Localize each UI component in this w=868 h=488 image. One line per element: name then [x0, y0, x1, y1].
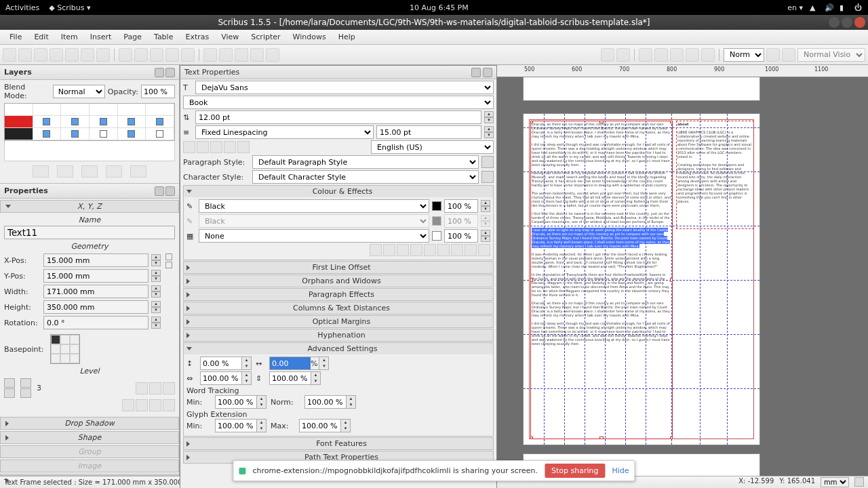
- layer-down-button[interactable]: [130, 165, 146, 178]
- layer2-visible[interactable]: [33, 128, 62, 140]
- tool-redo[interactable]: [134, 48, 148, 62]
- orphans-widows-header[interactable]: Orphans and Widows: [184, 275, 493, 287]
- tool-textframe[interactable]: [219, 48, 233, 62]
- xyz-section[interactable]: X, Y, Z: [0, 200, 179, 213]
- ge-min-input[interactable]: [216, 420, 256, 432]
- xpos-input[interactable]: [43, 253, 149, 267]
- language-select[interactable]: English (US): [371, 140, 494, 154]
- align-center-icon[interactable]: [197, 141, 209, 153]
- smallcaps-icon[interactable]: [437, 244, 450, 256]
- columns-distances-header[interactable]: Columns & Text Distances: [184, 302, 493, 314]
- layer-up-button[interactable]: [106, 165, 122, 178]
- tool-copyprops[interactable]: [654, 48, 668, 62]
- minimize-button[interactable]: [829, 17, 840, 28]
- align-forced-icon[interactable]: [237, 141, 250, 153]
- vscale-input[interactable]: [270, 372, 311, 384]
- tool-render[interactable]: [250, 48, 264, 62]
- tool-zoom[interactable]: [686, 48, 699, 62]
- width-input[interactable]: [43, 285, 149, 298]
- bg-shade-input[interactable]: [444, 229, 478, 243]
- flip-v-icon[interactable]: [163, 399, 175, 411]
- lock-size-icon[interactable]: [149, 382, 161, 394]
- battery-icon[interactable]: ▮: [840, 3, 848, 12]
- wt-norm-input[interactable]: [305, 396, 346, 408]
- level-top-button[interactable]: [20, 378, 31, 388]
- ge-max-input[interactable]: [300, 420, 340, 432]
- layer-row-color[interactable]: [5, 116, 33, 128]
- app-indicator[interactable]: ◆ Scribus ▾: [49, 3, 90, 12]
- menu-extras[interactable]: Extras: [180, 31, 214, 43]
- tp-close-icon[interactable]: [483, 68, 492, 77]
- group-icon[interactable]: [122, 399, 134, 411]
- paragraph-effects-header[interactable]: Paragraph Effects: [184, 289, 493, 300]
- menu-page[interactable]: Page: [118, 31, 147, 43]
- fill-color-select[interactable]: Black: [199, 199, 429, 213]
- menu-windows[interactable]: Windows: [288, 31, 332, 43]
- selected-text[interactable]: I was not able to light on any map or wo…: [532, 228, 670, 248]
- tool-measure[interactable]: [639, 48, 652, 62]
- props-close-icon[interactable]: [165, 186, 175, 196]
- menu-insert[interactable]: Insert: [85, 31, 117, 43]
- name-input[interactable]: [4, 226, 175, 239]
- layer-flow-check[interactable]: [118, 116, 146, 128]
- cstyle-edit-button[interactable]: [481, 171, 494, 183]
- advanced-settings-header[interactable]: Advanced Settings: [184, 343, 493, 354]
- tool-preflight[interactable]: [81, 48, 94, 62]
- align-left-icon[interactable]: [183, 141, 195, 153]
- level-up-button[interactable]: [4, 378, 15, 388]
- menu-scripter[interactable]: Scripter: [245, 31, 285, 43]
- line-section[interactable]: Line: [0, 474, 179, 476]
- view-mode-select[interactable]: Normal: [724, 48, 764, 62]
- close-button[interactable]: [854, 17, 865, 28]
- layer-print-check[interactable]: [61, 116, 90, 128]
- align-justify-icon[interactable]: [224, 141, 236, 153]
- linespacing-mode-select[interactable]: Fixed Linespacing: [195, 125, 374, 139]
- blend-mode-select[interactable]: Normal: [53, 85, 105, 98]
- tool-unlink[interactable]: [616, 48, 630, 62]
- baseline-offset-input[interactable]: [201, 357, 241, 369]
- shadow-icon[interactable]: [478, 244, 490, 256]
- text-frame-sidebar[interactable]: about LIBRE GRAPHICS CLUB (LGC) is a col…: [676, 121, 754, 229]
- hide-banner-button[interactable]: Hide: [612, 466, 629, 475]
- tool-close[interactable]: [50, 48, 63, 62]
- layer-visible-check[interactable]: [33, 116, 62, 128]
- menu-item[interactable]: Item: [56, 31, 83, 43]
- shape-section[interactable]: Shape: [0, 431, 179, 444]
- bg-color-select[interactable]: None: [199, 229, 429, 243]
- menu-view[interactable]: View: [216, 31, 244, 43]
- colour-effects-header[interactable]: Colour & Effects: [184, 186, 493, 197]
- layer-remove-button[interactable]: [57, 165, 73, 178]
- link-wh-icon[interactable]: [165, 262, 172, 268]
- volume-icon[interactable]: 🔊: [825, 3, 833, 12]
- linespacing-input[interactable]: [376, 125, 481, 139]
- font-size-input[interactable]: [195, 110, 481, 124]
- tool-select[interactable]: [203, 48, 217, 62]
- network-icon[interactable]: ▲: [810, 3, 818, 12]
- noprint-icon[interactable]: [163, 382, 175, 394]
- menu-table[interactable]: Table: [149, 31, 178, 43]
- layer-dup-button[interactable]: [81, 165, 98, 178]
- tool-imageframe[interactable]: [235, 48, 248, 62]
- tool-copy[interactable]: [165, 48, 179, 62]
- lock-icon[interactable]: [136, 382, 148, 394]
- link-xy-icon[interactable]: [165, 253, 172, 260]
- pstyle-select[interactable]: Default Paragraph Style: [252, 155, 479, 169]
- text-frame-main[interactable]: Dracula, as there are no maps of this co…: [530, 121, 673, 439]
- height-input[interactable]: [43, 300, 149, 314]
- tool-eyedrop[interactable]: [670, 48, 684, 62]
- menu-file[interactable]: File: [4, 31, 27, 43]
- tool-pdf[interactable]: [96, 48, 110, 62]
- menu-help[interactable]: Help: [333, 31, 361, 43]
- unit-select[interactable]: mm: [821, 477, 849, 487]
- color-mode-select[interactable]: Normal Vision: [797, 48, 865, 62]
- superscript-icon[interactable]: [410, 244, 422, 256]
- basepoint-widget[interactable]: [50, 334, 80, 364]
- subscript-icon[interactable]: [397, 244, 409, 256]
- panel-close-icon[interactable]: [165, 68, 175, 77]
- stop-sharing-button[interactable]: Stop sharing: [545, 464, 605, 478]
- menu-edit[interactable]: Edit: [28, 31, 54, 43]
- tool-cut[interactable]: [150, 48, 163, 62]
- level-down-button[interactable]: [4, 388, 15, 398]
- opacity-input[interactable]: [141, 85, 175, 98]
- tool-new[interactable]: [3, 48, 16, 62]
